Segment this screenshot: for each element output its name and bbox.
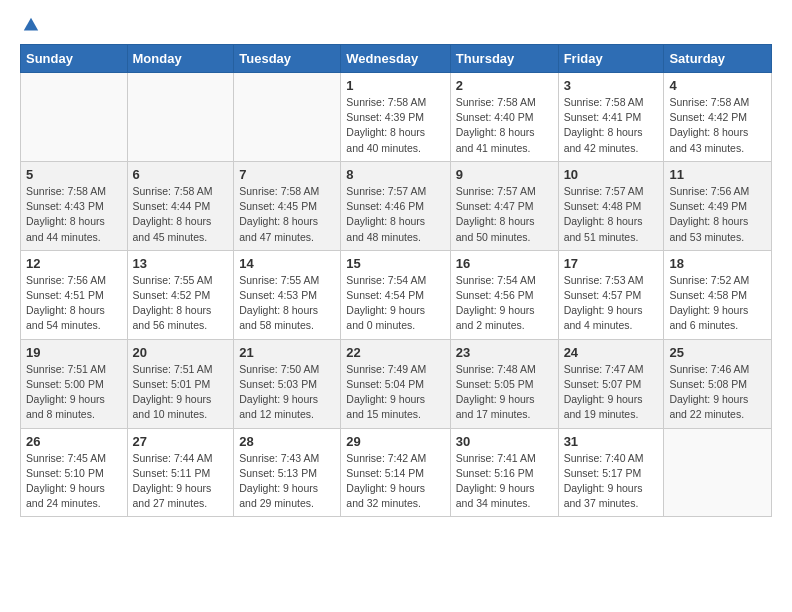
day-info: Sunrise: 7:58 AM Sunset: 4:44 PM Dayligh…: [133, 184, 229, 245]
day-number: 6: [133, 167, 229, 182]
day-info: Sunrise: 7:58 AM Sunset: 4:39 PM Dayligh…: [346, 95, 444, 156]
day-number: 1: [346, 78, 444, 93]
day-info: Sunrise: 7:55 AM Sunset: 4:53 PM Dayligh…: [239, 273, 335, 334]
calendar-week-1: 1Sunrise: 7:58 AM Sunset: 4:39 PM Daylig…: [21, 73, 772, 162]
page: SundayMondayTuesdayWednesdayThursdayFrid…: [0, 0, 792, 533]
day-number: 23: [456, 345, 553, 360]
calendar-cell: 6Sunrise: 7:58 AM Sunset: 4:44 PM Daylig…: [127, 161, 234, 250]
day-number: 21: [239, 345, 335, 360]
day-number: 20: [133, 345, 229, 360]
calendar-cell: 17Sunrise: 7:53 AM Sunset: 4:57 PM Dayli…: [558, 250, 664, 339]
day-info: Sunrise: 7:53 AM Sunset: 4:57 PM Dayligh…: [564, 273, 659, 334]
day-number: 2: [456, 78, 553, 93]
day-number: 5: [26, 167, 122, 182]
calendar-cell: [21, 73, 128, 162]
weekday-header-monday: Monday: [127, 45, 234, 73]
calendar-week-5: 26Sunrise: 7:45 AM Sunset: 5:10 PM Dayli…: [21, 428, 772, 517]
logo: [20, 16, 40, 34]
calendar-cell: 11Sunrise: 7:56 AM Sunset: 4:49 PM Dayli…: [664, 161, 772, 250]
day-info: Sunrise: 7:47 AM Sunset: 5:07 PM Dayligh…: [564, 362, 659, 423]
day-info: Sunrise: 7:40 AM Sunset: 5:17 PM Dayligh…: [564, 451, 659, 512]
calendar-cell: 26Sunrise: 7:45 AM Sunset: 5:10 PM Dayli…: [21, 428, 128, 517]
calendar-cell: 9Sunrise: 7:57 AM Sunset: 4:47 PM Daylig…: [450, 161, 558, 250]
day-info: Sunrise: 7:45 AM Sunset: 5:10 PM Dayligh…: [26, 451, 122, 512]
calendar-cell: 15Sunrise: 7:54 AM Sunset: 4:54 PM Dayli…: [341, 250, 450, 339]
calendar-cell: 4Sunrise: 7:58 AM Sunset: 4:42 PM Daylig…: [664, 73, 772, 162]
day-info: Sunrise: 7:58 AM Sunset: 4:45 PM Dayligh…: [239, 184, 335, 245]
day-number: 9: [456, 167, 553, 182]
calendar-cell: 3Sunrise: 7:58 AM Sunset: 4:41 PM Daylig…: [558, 73, 664, 162]
calendar-cell: 21Sunrise: 7:50 AM Sunset: 5:03 PM Dayli…: [234, 339, 341, 428]
logo-icon: [22, 16, 40, 34]
day-number: 25: [669, 345, 766, 360]
day-info: Sunrise: 7:58 AM Sunset: 4:40 PM Dayligh…: [456, 95, 553, 156]
day-number: 14: [239, 256, 335, 271]
calendar-cell: 31Sunrise: 7:40 AM Sunset: 5:17 PM Dayli…: [558, 428, 664, 517]
calendar-cell: [664, 428, 772, 517]
day-number: 4: [669, 78, 766, 93]
calendar-week-2: 5Sunrise: 7:58 AM Sunset: 4:43 PM Daylig…: [21, 161, 772, 250]
header: [20, 16, 772, 34]
day-number: 8: [346, 167, 444, 182]
svg-marker-0: [24, 18, 38, 31]
day-number: 16: [456, 256, 553, 271]
calendar-cell: 19Sunrise: 7:51 AM Sunset: 5:00 PM Dayli…: [21, 339, 128, 428]
weekday-header-row: SundayMondayTuesdayWednesdayThursdayFrid…: [21, 45, 772, 73]
day-number: 12: [26, 256, 122, 271]
day-number: 18: [669, 256, 766, 271]
calendar-cell: 18Sunrise: 7:52 AM Sunset: 4:58 PM Dayli…: [664, 250, 772, 339]
day-number: 7: [239, 167, 335, 182]
day-info: Sunrise: 7:56 AM Sunset: 4:51 PM Dayligh…: [26, 273, 122, 334]
calendar-cell: 24Sunrise: 7:47 AM Sunset: 5:07 PM Dayli…: [558, 339, 664, 428]
day-number: 27: [133, 434, 229, 449]
day-info: Sunrise: 7:42 AM Sunset: 5:14 PM Dayligh…: [346, 451, 444, 512]
calendar-cell: 29Sunrise: 7:42 AM Sunset: 5:14 PM Dayli…: [341, 428, 450, 517]
calendar-week-4: 19Sunrise: 7:51 AM Sunset: 5:00 PM Dayli…: [21, 339, 772, 428]
day-number: 26: [26, 434, 122, 449]
day-info: Sunrise: 7:48 AM Sunset: 5:05 PM Dayligh…: [456, 362, 553, 423]
day-info: Sunrise: 7:57 AM Sunset: 4:47 PM Dayligh…: [456, 184, 553, 245]
day-info: Sunrise: 7:43 AM Sunset: 5:13 PM Dayligh…: [239, 451, 335, 512]
day-info: Sunrise: 7:58 AM Sunset: 4:42 PM Dayligh…: [669, 95, 766, 156]
day-info: Sunrise: 7:54 AM Sunset: 4:54 PM Dayligh…: [346, 273, 444, 334]
day-number: 28: [239, 434, 335, 449]
calendar-week-3: 12Sunrise: 7:56 AM Sunset: 4:51 PM Dayli…: [21, 250, 772, 339]
calendar-cell: 8Sunrise: 7:57 AM Sunset: 4:46 PM Daylig…: [341, 161, 450, 250]
calendar-cell: 5Sunrise: 7:58 AM Sunset: 4:43 PM Daylig…: [21, 161, 128, 250]
day-number: 22: [346, 345, 444, 360]
calendar-cell: 2Sunrise: 7:58 AM Sunset: 4:40 PM Daylig…: [450, 73, 558, 162]
day-info: Sunrise: 7:49 AM Sunset: 5:04 PM Dayligh…: [346, 362, 444, 423]
day-info: Sunrise: 7:52 AM Sunset: 4:58 PM Dayligh…: [669, 273, 766, 334]
calendar-cell: 10Sunrise: 7:57 AM Sunset: 4:48 PM Dayli…: [558, 161, 664, 250]
day-info: Sunrise: 7:46 AM Sunset: 5:08 PM Dayligh…: [669, 362, 766, 423]
day-info: Sunrise: 7:54 AM Sunset: 4:56 PM Dayligh…: [456, 273, 553, 334]
day-info: Sunrise: 7:50 AM Sunset: 5:03 PM Dayligh…: [239, 362, 335, 423]
weekday-header-friday: Friday: [558, 45, 664, 73]
calendar-cell: 14Sunrise: 7:55 AM Sunset: 4:53 PM Dayli…: [234, 250, 341, 339]
day-info: Sunrise: 7:56 AM Sunset: 4:49 PM Dayligh…: [669, 184, 766, 245]
calendar-cell: 12Sunrise: 7:56 AM Sunset: 4:51 PM Dayli…: [21, 250, 128, 339]
calendar-cell: 27Sunrise: 7:44 AM Sunset: 5:11 PM Dayli…: [127, 428, 234, 517]
day-number: 24: [564, 345, 659, 360]
calendar-cell: [234, 73, 341, 162]
calendar-cell: [127, 73, 234, 162]
day-number: 15: [346, 256, 444, 271]
day-info: Sunrise: 7:58 AM Sunset: 4:41 PM Dayligh…: [564, 95, 659, 156]
calendar-cell: 30Sunrise: 7:41 AM Sunset: 5:16 PM Dayli…: [450, 428, 558, 517]
day-number: 11: [669, 167, 766, 182]
calendar-cell: 13Sunrise: 7:55 AM Sunset: 4:52 PM Dayli…: [127, 250, 234, 339]
weekday-header-wednesday: Wednesday: [341, 45, 450, 73]
weekday-header-saturday: Saturday: [664, 45, 772, 73]
calendar-cell: 28Sunrise: 7:43 AM Sunset: 5:13 PM Dayli…: [234, 428, 341, 517]
day-info: Sunrise: 7:44 AM Sunset: 5:11 PM Dayligh…: [133, 451, 229, 512]
calendar-cell: 23Sunrise: 7:48 AM Sunset: 5:05 PM Dayli…: [450, 339, 558, 428]
calendar-cell: 20Sunrise: 7:51 AM Sunset: 5:01 PM Dayli…: [127, 339, 234, 428]
day-info: Sunrise: 7:55 AM Sunset: 4:52 PM Dayligh…: [133, 273, 229, 334]
day-info: Sunrise: 7:41 AM Sunset: 5:16 PM Dayligh…: [456, 451, 553, 512]
calendar-cell: 1Sunrise: 7:58 AM Sunset: 4:39 PM Daylig…: [341, 73, 450, 162]
day-info: Sunrise: 7:57 AM Sunset: 4:48 PM Dayligh…: [564, 184, 659, 245]
day-number: 3: [564, 78, 659, 93]
day-info: Sunrise: 7:57 AM Sunset: 4:46 PM Dayligh…: [346, 184, 444, 245]
day-number: 29: [346, 434, 444, 449]
day-number: 10: [564, 167, 659, 182]
